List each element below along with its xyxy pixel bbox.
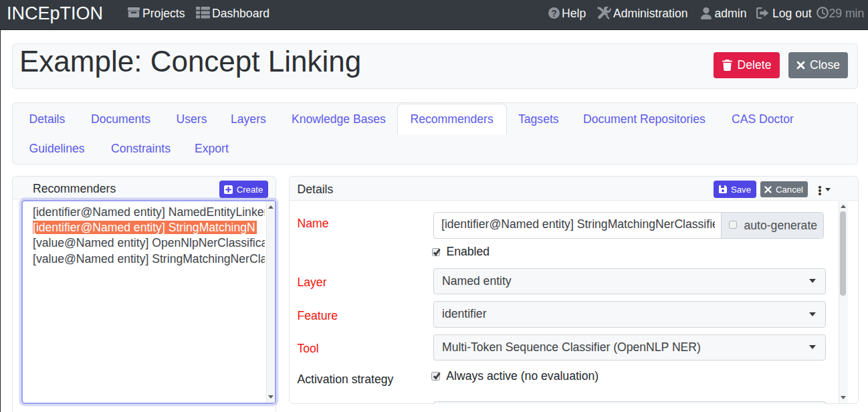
svg-text:?: ? [551, 8, 557, 19]
